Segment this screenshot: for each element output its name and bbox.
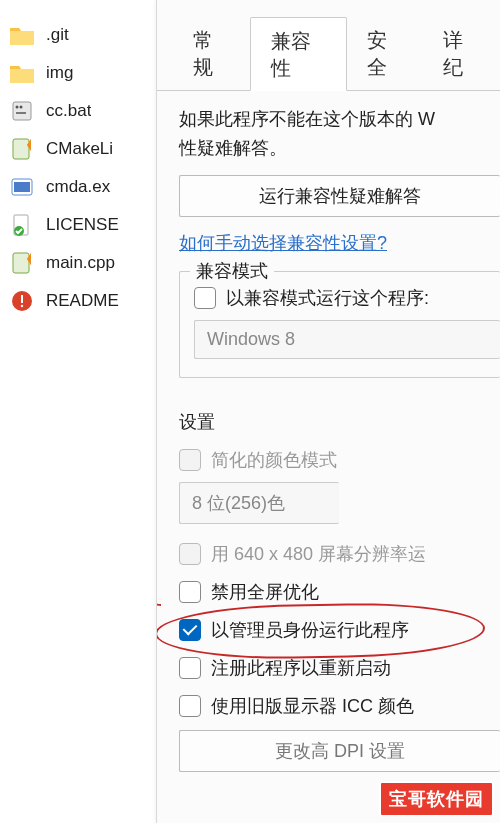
- reduced-color-checkbox: [179, 449, 201, 471]
- change-dpi-button[interactable]: 更改高 DPI 设置: [179, 730, 500, 772]
- svg-point-11: [21, 305, 23, 307]
- run-as-admin-checkbox[interactable]: [179, 619, 201, 641]
- color-depth-select: 8 位(256)色: [179, 482, 339, 524]
- low-res-checkbox: [179, 543, 201, 565]
- file-item[interactable]: cc.bat: [0, 92, 156, 130]
- code-file-icon: [8, 137, 36, 161]
- file-item[interactable]: LICENSE: [0, 206, 156, 244]
- file-name: CMakeLi: [46, 139, 113, 159]
- file-name: cc.bat: [46, 101, 91, 121]
- exe-file-icon: [8, 175, 36, 199]
- license-file-icon: [8, 213, 36, 237]
- readme-file-icon: [8, 289, 36, 313]
- file-item[interactable]: .git: [0, 16, 156, 54]
- file-item[interactable]: README: [0, 282, 156, 320]
- svg-rect-3: [13, 139, 29, 159]
- svg-point-1: [16, 106, 19, 109]
- tab-security[interactable]: 安全: [347, 17, 424, 91]
- checkbox-label: 以兼容模式运行这个程序:: [226, 286, 429, 310]
- manual-settings-link[interactable]: 如何手动选择兼容性设置?: [179, 231, 387, 255]
- code-file-icon: [8, 251, 36, 275]
- file-item[interactable]: img: [0, 54, 156, 92]
- file-name: main.cpp: [46, 253, 115, 273]
- checkbox-label: 用 640 x 480 屏幕分辨率运: [211, 542, 426, 566]
- file-name: img: [46, 63, 73, 83]
- checkbox-label: 简化的颜色模式: [211, 448, 337, 472]
- register-restart-checkbox[interactable]: [179, 657, 201, 679]
- file-name: README: [46, 291, 119, 311]
- watermark: 宝哥软件园: [379, 781, 494, 817]
- svg-rect-5: [14, 182, 30, 192]
- checkbox-label: 禁用全屏优化: [211, 580, 319, 604]
- checkbox-label: 以管理员身份运行此程序: [211, 618, 409, 642]
- tab-compatibility[interactable]: 兼容性: [250, 17, 347, 91]
- tab-bar: 常规 兼容性 安全 详纪: [157, 0, 500, 91]
- group-title: 兼容模式: [190, 259, 274, 283]
- compat-mode-group: 兼容模式 以兼容模式运行这个程序: Windows 8: [179, 271, 500, 378]
- file-name: LICENSE: [46, 215, 119, 235]
- file-item[interactable]: CMakeLi: [0, 130, 156, 168]
- file-name: .git: [46, 25, 69, 45]
- file-name: cmda.ex: [46, 177, 110, 197]
- folder-icon: [8, 61, 36, 85]
- checkbox-label: 使用旧版显示器 ICC 颜色: [211, 694, 414, 718]
- disable-fullscreen-checkbox[interactable]: [179, 581, 201, 603]
- settings-group: 设置 简化的颜色模式 8 位(256)色 用 640 x 480 屏幕分辨率运 …: [179, 396, 500, 804]
- svg-point-2: [20, 106, 23, 109]
- group-title: 设置: [179, 410, 500, 434]
- tab-details[interactable]: 详纪: [423, 17, 500, 91]
- compat-mode-select[interactable]: Windows 8: [194, 320, 500, 359]
- tab-general[interactable]: 常规: [173, 17, 250, 91]
- properties-dialog: 常规 兼容性 安全 详纪 如果此程序不能在这个版本的 W 性疑难解答。 运行兼容…: [156, 0, 500, 823]
- svg-rect-8: [13, 253, 29, 273]
- description-text: 如果此程序不能在这个版本的 W 性疑难解答。: [179, 105, 500, 163]
- checkbox-label: 注册此程序以重新启动: [211, 656, 391, 680]
- folder-icon: [8, 23, 36, 47]
- file-item[interactable]: main.cpp: [0, 244, 156, 282]
- run-troubleshooter-button[interactable]: 运行兼容性疑难解答: [179, 175, 500, 217]
- compatibility-panel: 如果此程序不能在这个版本的 W 性疑难解答。 运行兼容性疑难解答 如何手动选择兼…: [157, 91, 500, 823]
- svg-rect-0: [13, 102, 31, 120]
- file-item[interactable]: cmda.ex: [0, 168, 156, 206]
- svg-rect-10: [21, 295, 23, 303]
- legacy-icc-checkbox[interactable]: [179, 695, 201, 717]
- compat-mode-checkbox[interactable]: [194, 287, 216, 309]
- bat-file-icon: [8, 99, 36, 123]
- file-list: .git img cc.bat CMakeLi cmda.ex LICENSE: [0, 0, 156, 823]
